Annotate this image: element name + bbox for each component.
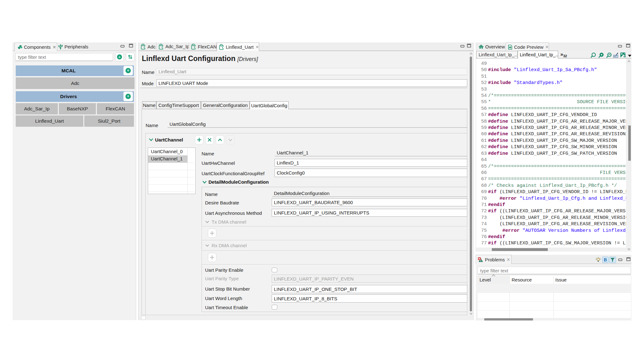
svg-text:c: c — [510, 46, 511, 49]
